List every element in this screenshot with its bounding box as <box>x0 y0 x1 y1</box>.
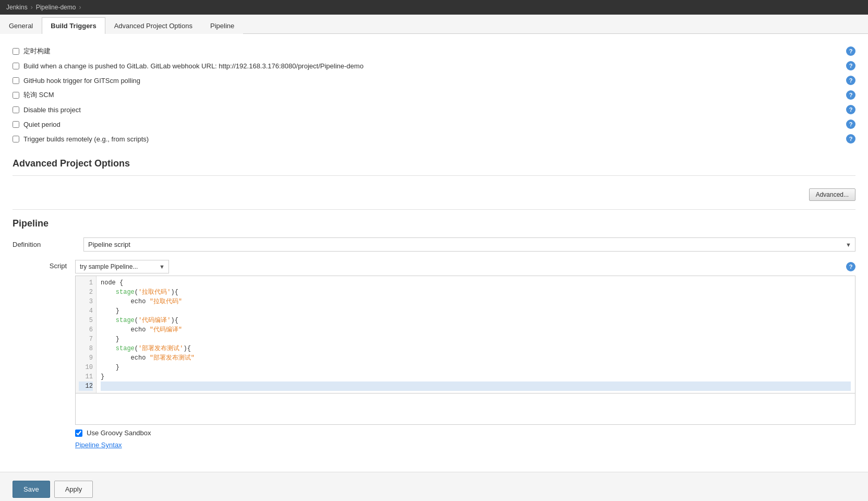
script-area-wrapper: try sample Pipeline... ▼ ? 1 2 3 4 <box>75 260 855 449</box>
trigger-scheduled: 定时构建 ? <box>13 46 855 56</box>
tab-bar: General Build Triggers Advanced Project … <box>0 15 868 34</box>
definition-select-wrapper: Pipeline script Pipeline script from SCM… <box>83 237 855 252</box>
script-row: Script try sample Pipeline... ▼ ? <box>13 260 855 449</box>
code-editor[interactable]: 1 2 3 4 5 6 7 8 9 10 11 12 <box>75 276 855 393</box>
trigger-scheduled-help[interactable]: ? <box>846 46 855 56</box>
trigger-poll-scm-label: 轮询 SCM <box>23 90 54 100</box>
pipeline-syntax-link[interactable]: Pipeline Syntax <box>75 441 122 449</box>
code-content[interactable]: node { stage('拉取代码'){ echo "拉取代码" } stag… <box>97 276 855 393</box>
trigger-remote-label: Trigger builds remotely (e.g., from scri… <box>23 135 149 143</box>
trigger-poll-scm: 轮询 SCM ? <box>13 90 855 100</box>
code-editor-extra <box>75 393 855 425</box>
trigger-remote-help[interactable]: ? <box>846 134 855 144</box>
trigger-gitlab: Build when a change is pushed to GitLab.… <box>13 61 855 70</box>
definition-select[interactable]: Pipeline script Pipeline script from SCM <box>83 237 855 252</box>
bottom-buttons: Save Apply <box>13 481 855 498</box>
sample-select-wrapper: try sample Pipeline... ▼ <box>75 260 169 273</box>
trigger-gitlab-help[interactable]: ? <box>846 61 855 70</box>
definition-row: Definition Pipeline script Pipeline scri… <box>13 237 855 252</box>
trigger-github-checkbox[interactable] <box>13 77 19 84</box>
bottom-bar: Save Apply <box>0 472 868 501</box>
breadcrumb-jenkins[interactable]: Jenkins <box>6 4 28 11</box>
trigger-scheduled-checkbox[interactable] <box>13 48 19 55</box>
trigger-gitlab-checkbox[interactable] <box>13 63 19 69</box>
trigger-gitlab-label: Build when a change is pushed to GitLab.… <box>23 62 364 70</box>
trigger-quiet-help[interactable]: ? <box>846 120 855 129</box>
advanced-button[interactable]: Advanced... <box>809 188 855 201</box>
trigger-scheduled-label: 定时构建 <box>23 46 51 56</box>
trigger-disable: Disable this project ? <box>13 105 855 114</box>
trigger-github: GitHub hook trigger for GITScm polling ? <box>13 76 855 85</box>
breadcrumb-arrow2: › <box>79 4 81 11</box>
trigger-poll-scm-help[interactable]: ? <box>846 90 855 100</box>
trigger-quiet-checkbox[interactable] <box>13 121 19 128</box>
trigger-github-help[interactable]: ? <box>846 76 855 85</box>
advanced-project-options-title: Advanced Project Options <box>13 148 855 176</box>
save-button[interactable]: Save <box>13 481 50 498</box>
trigger-disable-checkbox[interactable] <box>13 106 19 113</box>
script-label: Script <box>13 260 75 270</box>
trigger-remote-checkbox[interactable] <box>13 136 19 142</box>
trigger-poll-scm-checkbox[interactable] <box>13 92 19 99</box>
definition-label: Definition <box>13 237 75 248</box>
advanced-section: Advanced... <box>13 184 855 209</box>
trigger-disable-help[interactable]: ? <box>846 105 855 114</box>
top-bar: Jenkins › Pipeline-demo › <box>0 0 868 15</box>
trigger-quiet: Quiet period ? <box>13 120 855 129</box>
tab-build-triggers[interactable]: Build Triggers <box>42 17 105 34</box>
sample-pipeline-select[interactable]: try sample Pipeline... <box>75 260 169 273</box>
tab-general[interactable]: General <box>0 17 42 34</box>
build-triggers-list: 定时构建 ? Build when a change is pushed to … <box>13 42 855 148</box>
trigger-quiet-label: Quiet period <box>23 121 61 128</box>
breadcrumb-arrow: › <box>31 4 33 11</box>
apply-button[interactable]: Apply <box>54 481 93 498</box>
pipeline-title: Pipeline <box>13 218 855 229</box>
groovy-sandbox-label: Use Groovy Sandbox <box>87 429 151 437</box>
script-header: try sample Pipeline... ▼ ? <box>75 260 855 273</box>
groovy-sandbox-row: Use Groovy Sandbox <box>75 429 855 437</box>
line-numbers: 1 2 3 4 5 6 7 8 9 10 11 12 <box>76 276 97 393</box>
breadcrumb-pipeline[interactable]: Pipeline-demo <box>36 4 76 11</box>
pipeline-section: Pipeline Definition Pipeline script Pipe… <box>13 209 855 449</box>
trigger-remote: Trigger builds remotely (e.g., from scri… <box>13 134 855 144</box>
script-help-icon[interactable]: ? <box>846 262 855 271</box>
trigger-disable-label: Disable this project <box>23 106 81 114</box>
trigger-github-label: GitHub hook trigger for GITScm polling <box>23 77 140 85</box>
groovy-sandbox-checkbox[interactable] <box>75 430 82 437</box>
tab-advanced-project-options[interactable]: Advanced Project Options <box>105 17 201 34</box>
tab-pipeline[interactable]: Pipeline <box>201 17 243 34</box>
